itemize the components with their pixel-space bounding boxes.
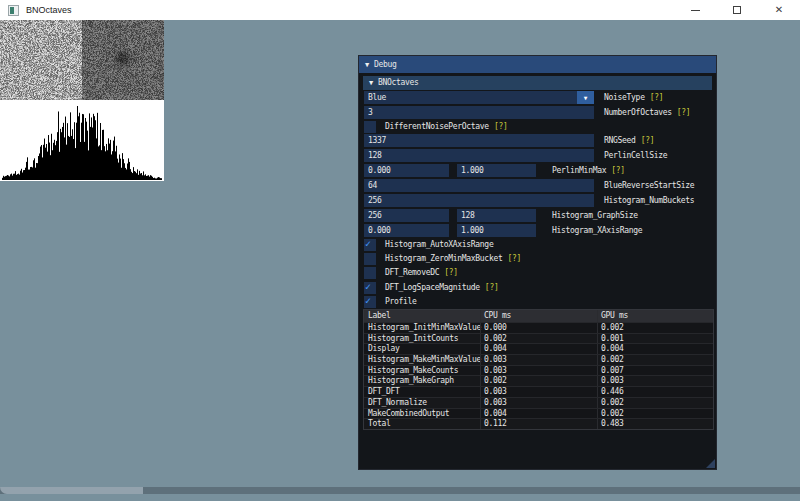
checkbox-label: Histogram_AutoXAxisRange [385, 240, 493, 249]
window-bottom-edge-highlight [0, 487, 143, 494]
cell-gpu: 0.483 [601, 419, 624, 430]
panel-title: Debug [374, 60, 397, 69]
checkbox-label: DifferentNoisePerOctave [385, 122, 489, 131]
os-titlebar[interactable]: BNOctaves ✕ [0, 0, 800, 20]
input-value: 1.000 [457, 226, 484, 235]
help-marker: [?] [650, 93, 664, 102]
table-row: MakeCombinedOutput0.0040.002 [364, 408, 713, 419]
minimize-icon [691, 10, 700, 11]
input-value: 0.000 [364, 166, 391, 175]
debug-panel-titlebar[interactable]: ▼Debug [359, 56, 716, 73]
table-row: Histogram_InitMinMaxValue0.0000.002 [364, 322, 713, 333]
rng-seed-input[interactable]: 1337 [364, 134, 594, 147]
column-header-cpu-ms[interactable]: CPU ms [484, 310, 511, 322]
column-divider [597, 355, 598, 365]
input-value: 256 [364, 196, 382, 205]
help-marker: [?] [507, 254, 521, 263]
histogram-graph-preview [0, 100, 164, 181]
column-header-gpu-ms[interactable]: GPU ms [601, 310, 628, 322]
dft-magnitude-preview [82, 20, 164, 100]
table-row: DFT_Normalize0.0030.002 [364, 397, 713, 408]
table-row: Histogram_MakeGraph0.0020.003 [364, 375, 713, 386]
close-button[interactable]: ✕ [758, 0, 800, 20]
input-value: 3 [364, 108, 373, 117]
field-label: Histogram_NumBuckets [604, 196, 694, 205]
column-divider [597, 323, 598, 333]
help-marker: [?] [494, 122, 508, 131]
minimize-button[interactable] [674, 0, 716, 20]
resize-grip[interactable] [706, 459, 715, 468]
perlin-cell-size-input[interactable]: 128 [364, 149, 594, 162]
table-header-row: Label CPU ms GPU ms [364, 310, 713, 322]
histogram-auto-xaxis-range-checkbox[interactable]: ✓ [364, 239, 376, 251]
checkbox-label: DFT_RemoveDC [385, 268, 439, 277]
histogram-xaxis-min-input[interactable]: 0.000 [364, 224, 449, 237]
section-title: BNOctaves [378, 78, 419, 87]
histogram-graph-width-input[interactable]: 256 [364, 209, 449, 222]
checkbox-label: Histogram_ZeroMinMaxBucket [385, 254, 502, 263]
help-marker: [?] [444, 268, 458, 277]
field-label: PerlinMinMax [552, 166, 606, 175]
app-client-area: ▼Debug ▼BNOctaves Blue ▼ NoiseType[?] 3 … [0, 20, 800, 494]
cell-label: Total [368, 419, 391, 430]
perlin-max-input[interactable]: 1.000 [457, 164, 536, 177]
column-divider [597, 366, 598, 376]
help-marker: [?] [641, 136, 655, 145]
histogram-xaxis-max-input[interactable]: 1.000 [457, 224, 536, 237]
column-divider [480, 419, 481, 429]
column-divider [480, 366, 481, 376]
noise-type-combo[interactable]: Blue ▼ [364, 91, 594, 104]
column-divider [480, 334, 481, 344]
field-label: BlueReverseStartSize [604, 181, 694, 190]
dft-remove-dc-checkbox[interactable]: ✓ [364, 267, 376, 279]
table-row: DFT_DFT0.0030.446 [364, 386, 713, 397]
column-divider [597, 310, 598, 322]
cell-cpu: 0.112 [484, 419, 507, 430]
column-divider [480, 387, 481, 397]
table-row: Histogram_MakeCounts0.0030.007 [364, 365, 713, 376]
blue-reverse-start-size-input[interactable]: 64 [364, 179, 594, 192]
input-value: 128 [457, 211, 475, 220]
input-value: 256 [364, 211, 382, 220]
help-marker: [?] [611, 166, 625, 175]
checkbox-label: Profile [385, 297, 417, 306]
section-header-bnoctaves[interactable]: ▼BNOctaves [363, 76, 712, 90]
input-value: 0.000 [364, 226, 391, 235]
maximize-icon [733, 6, 741, 14]
check-icon: ✓ [365, 238, 371, 250]
dft-log-space-magnitude-checkbox[interactable]: ✓ [364, 282, 376, 294]
number-of-octaves-input[interactable]: 3 [364, 106, 594, 119]
column-divider [480, 409, 481, 419]
table-row-total: Total0.1120.483 [364, 418, 713, 429]
check-icon: ✓ [365, 295, 371, 307]
field-label: Histogram_GraphSize [552, 211, 638, 220]
checkbox-label: DFT_LogSpaceMagnitude [385, 283, 480, 292]
window-title: BNOctaves [26, 5, 72, 15]
column-divider [597, 398, 598, 408]
combo-value: Blue [364, 93, 386, 102]
column-divider [480, 376, 481, 386]
column-divider [597, 334, 598, 344]
input-value: 64 [364, 181, 377, 190]
column-divider [480, 310, 481, 322]
different-noise-per-octave-checkbox[interactable]: ✓ [364, 121, 376, 133]
input-value: 128 [364, 151, 382, 160]
table-row: Display0.0040.004 [364, 343, 713, 354]
histogram-num-buckets-input[interactable]: 256 [364, 194, 594, 207]
column-header-label[interactable]: Label [368, 310, 391, 322]
collapse-arrow-icon[interactable]: ▼ [369, 76, 373, 90]
field-label: NoiseType [604, 93, 645, 102]
input-value: 1.000 [457, 166, 484, 175]
field-label: NumberOfOctaves [604, 108, 672, 117]
maximize-button[interactable] [716, 0, 758, 20]
column-divider [597, 344, 598, 354]
histogram-zero-min-max-bucket-checkbox[interactable]: ✓ [364, 253, 376, 265]
help-marker: [?] [677, 108, 691, 117]
perlin-min-input[interactable]: 0.000 [364, 164, 449, 177]
collapse-arrow-icon[interactable]: ▼ [365, 57, 369, 74]
app-icon [8, 5, 19, 16]
chevron-down-icon[interactable]: ▼ [577, 91, 594, 104]
column-divider [480, 355, 481, 365]
profile-checkbox[interactable]: ✓ [364, 296, 376, 308]
histogram-graph-height-input[interactable]: 128 [457, 209, 536, 222]
